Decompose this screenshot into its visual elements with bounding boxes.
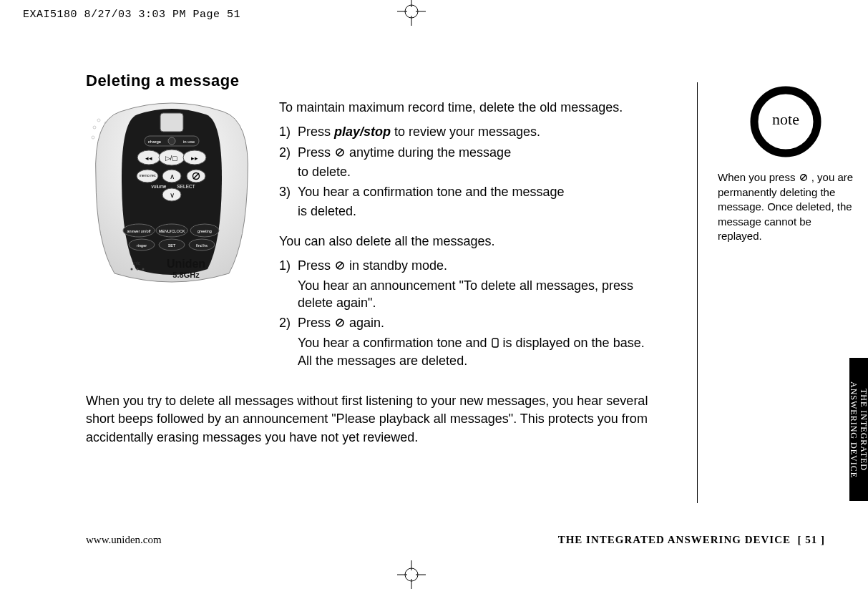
note-text: When you press , you are permanently del… xyxy=(718,170,854,243)
svg-rect-62 xyxy=(492,339,498,347)
step-a1: 1) Press play/stop to review your messag… xyxy=(279,123,658,140)
section-tab: THE INTEGRATEDANSWERING DEVICE xyxy=(849,358,868,501)
svg-text:MENU/CLOCK: MENU/CLOCK xyxy=(159,229,185,233)
crop-mark-bottom xyxy=(397,560,426,589)
svg-text:mic: mic xyxy=(133,261,141,266)
delete-icon xyxy=(334,145,346,162)
delete-icon xyxy=(334,315,346,332)
svg-text:find hs: find hs xyxy=(196,243,208,248)
body-text: To maintain maximum record time, delete … xyxy=(279,99,658,372)
svg-point-13 xyxy=(92,136,94,139)
page-footer: www.uniden.com THE INTEGRATED ANSWERING … xyxy=(86,534,825,546)
svg-point-20 xyxy=(168,137,175,145)
svg-point-51 xyxy=(131,268,133,271)
svg-point-10 xyxy=(97,119,100,122)
delete-icon xyxy=(799,171,809,185)
page-heading: Deleting a message xyxy=(86,72,825,90)
svg-text:5.8GHz: 5.8GHz xyxy=(172,271,200,279)
step-a3: 3) You hear a confirmation tone and the … xyxy=(279,183,658,220)
note-sidebar: note When you press , you are permanentl… xyxy=(718,86,854,243)
svg-point-11 xyxy=(93,126,96,129)
print-header: EXAI5180 8/27/03 3:03 PM Page 51 xyxy=(23,9,240,21)
label-inuse: in use xyxy=(183,140,195,144)
note-badge: note xyxy=(750,86,821,157)
crop-mark-top xyxy=(397,0,426,29)
svg-text:volume: volume xyxy=(152,184,167,189)
device-illustration: charge in use ◂◂ ▷/▢ ▸▸ memo rec ∧ xyxy=(86,99,258,285)
svg-text:answer on/off: answer on/off xyxy=(127,229,151,233)
svg-text:▸▸: ▸▸ xyxy=(191,155,198,162)
warning-paragraph: When you try to delete all messages with… xyxy=(86,392,651,447)
svg-text:ringer: ringer xyxy=(137,243,147,248)
svg-line-65 xyxy=(801,175,806,180)
svg-text:memo rec: memo rec xyxy=(139,173,155,177)
svg-text:SELECT: SELECT xyxy=(177,184,195,189)
svg-line-59 xyxy=(337,263,343,268)
svg-text:greeting: greeting xyxy=(198,229,212,233)
label-charge: charge xyxy=(148,140,162,144)
svg-text:SET: SET xyxy=(168,243,176,248)
step-b1: 1) Press in standby mode.You hear an ann… xyxy=(279,257,658,311)
svg-line-57 xyxy=(337,150,343,155)
footer-url: www.uniden.com xyxy=(86,534,162,546)
step-a2: 2) Press anytime during the messageto de… xyxy=(279,144,658,181)
svg-line-61 xyxy=(337,320,343,326)
svg-text:▷/▢: ▷/▢ xyxy=(165,155,179,162)
svg-text:∧: ∧ xyxy=(170,172,175,180)
zero-digit-icon xyxy=(491,335,499,352)
svg-text:Uniden: Uniden xyxy=(167,258,205,270)
svg-rect-18 xyxy=(160,113,183,132)
delete-icon xyxy=(334,258,346,275)
svg-point-53 xyxy=(142,268,145,271)
step-b2: 2) Press again.You hear a confirmation t… xyxy=(279,314,658,369)
svg-text:◂◂: ◂◂ xyxy=(145,155,152,162)
svg-text:∨: ∨ xyxy=(170,191,175,199)
svg-point-52 xyxy=(137,268,139,271)
